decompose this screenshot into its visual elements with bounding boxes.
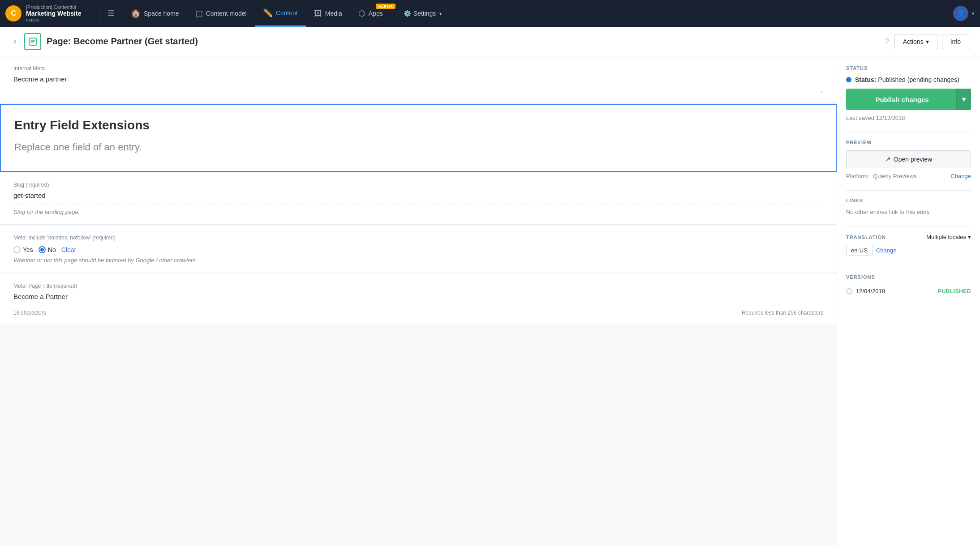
settings-icon: ⚙️ — [404, 10, 411, 17]
status-row: Status: Published (pending changes) — [846, 76, 971, 83]
nav-apps[interactable]: ⬡ Apps ALPHA — [350, 0, 397, 27]
open-preview-button[interactable]: ↗ Open preview — [846, 150, 971, 168]
platform-row: Platform: Quierly Previews Change — [846, 173, 971, 179]
nav-links: 🏠 Space home ◫ Content model ✏️ Content … — [123, 0, 953, 27]
status-dot — [846, 77, 851, 82]
nav-space-home[interactable]: 🏠 Space home — [123, 0, 187, 27]
version-radio[interactable] — [846, 288, 852, 294]
meta-noindex-label: Meta: Include 'noindex, nofollow' (requi… — [13, 235, 823, 241]
extension-field-section: Entry Field Extensions Replace one field… — [0, 104, 837, 172]
meta-page-title-label: Meta: Page Title (required) — [13, 283, 823, 289]
meta-title-dashes — [13, 305, 823, 305]
info-label: Info — [950, 38, 961, 45]
meta-title-footer: 16 characters Requires less than 256 cha… — [13, 310, 823, 316]
translation-section: TRANSLATION Multiple locales ▾ en-US Cha… — [846, 234, 971, 256]
last-saved: Last saved 12/13/2018 — [846, 115, 971, 121]
publish-dropdown-icon[interactable]: ▾ — [956, 89, 971, 110]
versions-heading: VERSIONS — [846, 274, 971, 280]
translation-row: TRANSLATION Multiple locales ▾ — [846, 234, 971, 240]
settings-dropdown-icon: ▾ — [439, 11, 442, 16]
topnav-right: 👤 ▾ — [953, 6, 975, 21]
nav-apps-label: Apps — [369, 10, 383, 17]
publish-label: Publish changes — [853, 96, 951, 103]
media-icon: 🖼 — [314, 9, 322, 18]
home-icon: 🏠 — [131, 9, 141, 18]
versions-section: VERSIONS 12/04/2018 PUBLISHED — [846, 274, 971, 297]
platform-label: Platform: — [846, 173, 869, 179]
publish-button[interactable]: Publish changes ▾ — [846, 89, 971, 110]
divider-1 — [846, 132, 971, 132]
internal-meta-label: Internal Meta — [13, 65, 823, 72]
slug-dashes — [13, 204, 823, 204]
locale-row: en-US Change — [846, 245, 971, 256]
char-count: 16 characters — [13, 310, 46, 316]
nav-content-model-label: Content model — [206, 10, 247, 17]
brand-master: master — [26, 17, 81, 22]
meta-page-title-value[interactable]: Become a Partner — [13, 293, 823, 300]
locale-dropdown-label: Multiple locales — [926, 234, 966, 240]
internal-meta-value[interactable]: Become a partner — [13, 75, 823, 83]
locale-dropdown-icon: ▾ — [968, 234, 971, 240]
nav-settings[interactable]: ⚙️ Settings ▾ — [397, 0, 448, 27]
avatar-dropdown-icon[interactable]: ▾ — [972, 11, 975, 17]
nav-content-model[interactable]: ◫ Content model — [187, 0, 255, 27]
nav-settings-label: Settings — [413, 10, 436, 17]
links-heading: LINKS — [846, 198, 971, 203]
nav-media-label: Media — [325, 10, 342, 17]
brand-title: Marketing Website — [26, 10, 81, 17]
radio-yes-label: Yes — [23, 246, 33, 253]
content-icon: ✏️ — [263, 8, 273, 18]
status-label: Status: — [855, 76, 876, 83]
nav-content-label: Content — [276, 9, 298, 17]
entry-type-icon — [24, 33, 41, 50]
sidebar: STATUS Status: Published (pending change… — [837, 56, 980, 546]
internal-meta-section: Internal Meta Become a partner ⌟ — [0, 56, 837, 103]
slug-section: Slug (required) get-started Slug for the… — [0, 173, 837, 225]
version-status: PUBLISHED — [938, 288, 971, 294]
help-icon[interactable]: ? — [885, 38, 889, 46]
info-button[interactable]: Info — [942, 34, 969, 49]
alpha-badge: ALPHA — [376, 4, 395, 9]
slug-label: Slug (required) — [13, 182, 823, 188]
subheader-actions: Actions ▾ Info — [894, 34, 969, 49]
status-section: STATUS Status: Published (pending change… — [846, 65, 971, 121]
main-layout: Internal Meta Become a partner ⌟ Entry F… — [0, 56, 980, 546]
clear-link[interactable]: Clear — [61, 246, 76, 253]
resize-handle: ⌟ — [13, 86, 823, 94]
links-section: LINKS No other entries link to this entr… — [846, 198, 971, 215]
nav-media[interactable]: 🖼 Media — [306, 0, 350, 27]
locale-dropdown[interactable]: Multiple locales ▾ — [926, 234, 971, 240]
meta-noindex-section: Meta: Include 'noindex, nofollow' (requi… — [0, 226, 837, 273]
no-links-text: No other entries link to this entry. — [846, 209, 971, 215]
user-avatar[interactable]: 👤 — [953, 6, 968, 21]
actions-button[interactable]: Actions ▾ — [894, 34, 937, 49]
slug-hint: Slug for the landing page. — [13, 209, 823, 215]
preview-heading: PREVIEW — [846, 140, 971, 145]
extension-subtitle: Replace one field of an entry. — [14, 141, 822, 153]
divider-2 — [846, 190, 971, 191]
version-item: 12/04/2018 PUBLISHED — [846, 285, 971, 297]
apps-icon: ⬡ — [358, 9, 365, 18]
radio-no[interactable]: No — [39, 246, 56, 253]
status-value: Published (pending changes) — [878, 76, 959, 83]
preview-change-link[interactable]: Change — [950, 173, 971, 179]
preview-section: PREVIEW ↗ Open preview Platform: Quierly… — [846, 140, 971, 179]
back-button[interactable]: ‹ — [11, 34, 19, 49]
meta-page-title-section: Meta: Page Title (required) Become a Par… — [0, 274, 837, 325]
radio-yes[interactable]: Yes — [13, 246, 33, 253]
locale-badge: en-US — [846, 245, 873, 256]
radio-no-circle — [39, 246, 46, 253]
content-panel: Internal Meta Become a partner ⌟ Entry F… — [0, 56, 837, 546]
hamburger-menu[interactable]: ☰ — [104, 5, 118, 22]
platform-name: Quierly Previews — [873, 173, 917, 179]
radio-no-label: No — [48, 246, 56, 253]
divider-3 — [846, 226, 971, 226]
translation-change-link[interactable]: Change — [876, 247, 897, 254]
nav-content[interactable]: ✏️ Content — [255, 0, 306, 27]
nav-space-home-label: Space home — [144, 10, 179, 17]
translation-heading: TRANSLATION — [846, 235, 886, 240]
extension-title: Entry Field Extensions — [14, 118, 822, 132]
radio-yes-circle — [13, 246, 21, 253]
brand: C [Production] Contentful Marketing Webs… — [5, 4, 99, 22]
slug-value[interactable]: get-started — [13, 192, 823, 199]
